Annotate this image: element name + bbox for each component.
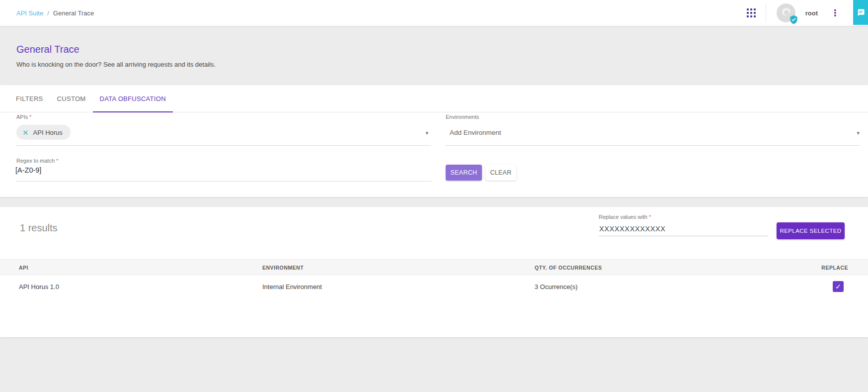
replace-values-label: Replace values with *	[599, 214, 768, 220]
results-count: 1 results	[20, 222, 58, 234]
page-subtitle: Who is knocking on the door? See all arr…	[16, 61, 868, 68]
required-asterisk: *	[649, 214, 651, 220]
page: API Suite / General Trace root ⋮	[0, 0, 868, 392]
cell-occurrences: 3 Ocurrence(s)	[535, 276, 578, 298]
username: root	[805, 9, 818, 17]
apps-grid-icon[interactable]	[747, 8, 756, 17]
avatar[interactable]	[776, 3, 796, 23]
column-header-replace: REPLACE	[821, 260, 848, 276]
check-icon: ✓	[835, 283, 841, 290]
required-asterisk: *	[56, 158, 58, 164]
regex-field[interactable]: Regex to match *	[16, 158, 431, 182]
cell-api: API Horus 1.0	[19, 276, 59, 298]
replace-values-input[interactable]	[599, 223, 768, 236]
tab-filters[interactable]: FILTERS	[9, 85, 50, 112]
table-row: API Horus 1.0 Internal Environment 3 Ocu…	[0, 276, 868, 298]
clear-button[interactable]: CLEAR	[485, 165, 516, 181]
api-chip[interactable]: ✕ API Horus	[16, 125, 71, 140]
replace-checkbox[interactable]: ✓	[833, 281, 844, 292]
verified-shield-icon	[789, 15, 798, 24]
chip-remove-icon[interactable]: ✕	[22, 129, 29, 136]
chevron-down-icon[interactable]: ▾	[857, 130, 860, 136]
apis-field[interactable]: APIs * ✕ API Horus ▾	[16, 114, 431, 146]
environments-label: Environments	[446, 114, 860, 120]
table-header: API ENVIRONMENT QTY. OF OCCURRENCES REPL…	[0, 259, 868, 275]
page-title: General Trace	[16, 44, 868, 55]
tab-data-obfuscation[interactable]: DATA OBFUSCATION	[93, 85, 173, 112]
chat-bubble-icon	[857, 8, 865, 17]
breadcrumb-separator: /	[47, 9, 49, 17]
regex-label: Regex to match *	[16, 158, 431, 164]
results-panel: 1 results Replace values with * REPLACE …	[0, 207, 868, 337]
obfuscation-panel: FILTERS CUSTOM DATA OBFUSCATION APIs * ✕…	[0, 85, 868, 197]
page-header: General Trace Who is knocking on the doo…	[0, 26, 868, 85]
vertical-divider	[766, 3, 766, 22]
cell-environment: Internal Environment	[262, 276, 322, 298]
column-header-occurrences: QTY. OF OCCURRENCES	[535, 260, 602, 276]
search-button[interactable]: SEARCH	[446, 165, 482, 181]
tab-bar: FILTERS CUSTOM DATA OBFUSCATION	[0, 85, 868, 112]
tab-custom[interactable]: CUSTOM	[50, 85, 93, 112]
kebab-menu-icon[interactable]: ⋮	[831, 8, 840, 17]
chip-label: API Horus	[33, 129, 63, 136]
replace-selected-button[interactable]: REPLACE SELECTED	[777, 222, 845, 239]
top-bar: API Suite / General Trace root ⋮	[0, 0, 868, 26]
breadcrumb: API Suite / General Trace	[0, 9, 94, 17]
environments-placeholder[interactable]: Add Environment	[450, 129, 501, 136]
feedback-chat-button[interactable]	[853, 0, 868, 25]
breadcrumb-link-api-suite[interactable]: API Suite	[16, 9, 43, 17]
replace-values-field: Replace values with *	[599, 214, 768, 236]
chevron-down-icon[interactable]: ▾	[425, 130, 428, 136]
column-header-environment: ENVIRONMENT	[262, 260, 304, 276]
topbar-actions: root ⋮	[747, 0, 868, 26]
column-header-api: API	[19, 260, 28, 276]
environments-field[interactable]: Environments Add Environment ▾	[446, 114, 860, 146]
form-buttons: SEARCH CLEAR	[446, 165, 516, 181]
apis-label: APIs *	[16, 114, 431, 120]
required-asterisk: *	[29, 114, 31, 120]
breadcrumb-current: General Trace	[53, 9, 94, 17]
regex-input[interactable]	[15, 166, 430, 174]
